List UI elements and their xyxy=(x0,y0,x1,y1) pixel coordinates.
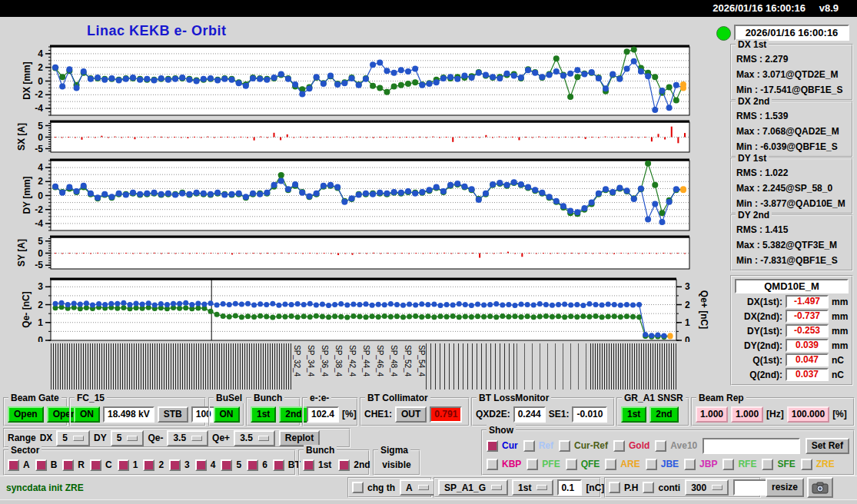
gr-snsr-1st-button[interactable]: 1st xyxy=(621,406,646,423)
show-toggle-QFE[interactable]: QFE xyxy=(566,459,600,470)
rms-label: RMS : xyxy=(736,54,762,65)
group-title: Show xyxy=(487,425,516,436)
sector-checkbox-C[interactable]: C xyxy=(90,459,112,471)
bpm-label-cluster xyxy=(426,343,517,390)
show-toggle-SFE[interactable]: SFE xyxy=(762,459,795,470)
gr-snsr-2nd-button[interactable]: 2nd xyxy=(649,406,678,423)
show-toggle-Cur[interactable]: Cur xyxy=(487,440,518,452)
bpm-tick-label: SP_54_4 xyxy=(417,345,426,376)
checkbox-label: 3 xyxy=(184,459,190,470)
show-toggle-PFE[interactable]: PFE xyxy=(526,459,560,470)
beam-rep-hz-unit: [Hz] xyxy=(766,409,784,419)
range-qep-select[interactable]: 3.5 xyxy=(234,430,275,446)
range-qem-value: 3.5 xyxy=(173,433,186,443)
chg-th-checkbox[interactable]: chg th xyxy=(352,482,395,493)
bpm-select[interactable]: SP_A1_G xyxy=(438,479,508,496)
busel-group: BuSel ON xyxy=(208,397,244,426)
monitor-row-unit: nC xyxy=(832,370,849,380)
sector-checkbox-2[interactable]: 2 xyxy=(143,459,164,471)
bunch-select-value: 1st xyxy=(518,482,531,493)
checkbox-icon xyxy=(273,459,284,471)
bpm-tick-label: SP_38_4 xyxy=(334,345,343,376)
se1-display: -0.010 xyxy=(572,406,607,423)
show-toggle-ARE[interactable]: ARE xyxy=(605,459,639,470)
show-toggle-JBP[interactable]: JBP xyxy=(684,459,717,470)
svg-text:2: 2 xyxy=(38,176,43,187)
range-dy-label: DY xyxy=(94,433,107,443)
che1-out-button[interactable]: OUT xyxy=(395,406,427,423)
stats-group-title: DY 2nd xyxy=(736,210,772,220)
monitor-row-label: DY(1st): xyxy=(747,326,782,337)
sector-checkbox-5[interactable]: 5 xyxy=(221,459,241,471)
dx-1st-stats-group: DX 1st RMS : 2.279 Max : 3.071@QTD2E_M M… xyxy=(730,44,853,101)
conti-label: conti xyxy=(658,482,680,493)
show-toggle-JBE[interactable]: JBE xyxy=(646,459,679,470)
monitor-row: DX(2nd):-0.737mm xyxy=(735,309,849,323)
sector-checkbox-3[interactable]: 3 xyxy=(169,459,190,471)
sector-checkbox-4[interactable]: 4 xyxy=(195,459,216,471)
svg-text:0: 0 xyxy=(38,248,43,259)
show-toggle-Gold[interactable]: Gold xyxy=(613,440,649,452)
conti-checkbox[interactable]: conti xyxy=(643,482,680,493)
dropdown-indicator-icon xyxy=(258,436,269,441)
group-title: Beam Gate xyxy=(8,393,61,403)
sector-checkbox-BT[interactable]: BT xyxy=(273,459,301,471)
show-group: Show CurRefCur-RefGoldAve10 Set Ref KBPP… xyxy=(481,429,855,476)
checkbox-icon xyxy=(303,459,314,471)
show-toggle-ZRE[interactable]: ZRE xyxy=(801,459,835,470)
busel-on-button[interactable]: ON xyxy=(214,406,240,423)
checkbox-icon xyxy=(566,459,577,470)
sector-checkbox-R[interactable]: R xyxy=(62,459,85,471)
bunch-status-group: Bunch 1st 2nd xyxy=(246,397,301,426)
checkbox-label: KBP xyxy=(502,459,521,469)
beam-gate-open-1-button[interactable]: Open xyxy=(8,406,44,423)
sector-checkbox-1[interactable]: 1 xyxy=(118,459,138,471)
show-toggle-Ave10[interactable]: Ave10 xyxy=(655,440,697,452)
show-toggle-RFE[interactable]: RFE xyxy=(722,459,756,470)
range-dx-select[interactable]: 5 xyxy=(56,430,90,446)
range-qem-select[interactable]: 3.5 xyxy=(167,430,208,446)
resize-button[interactable]: resize xyxy=(766,478,804,497)
charge-threshold-input[interactable] xyxy=(557,479,582,496)
points-select[interactable]: 300 xyxy=(685,479,729,496)
bunch-1st-button[interactable]: 1st xyxy=(251,406,276,423)
checkbox-label: ZRE xyxy=(816,459,835,469)
dropdown-indicator-icon xyxy=(491,485,502,490)
set-ref-button[interactable]: Set Ref xyxy=(806,438,849,454)
checkbox-icon xyxy=(247,459,258,471)
checkbox-icon xyxy=(90,459,101,471)
svg-text:-4: -4 xyxy=(35,103,43,114)
sector-checkbox-6[interactable]: 6 xyxy=(247,459,267,471)
screenshot-button[interactable] xyxy=(807,477,833,498)
show-toggle-KBP[interactable]: KBP xyxy=(487,459,521,470)
se1-label: SE1: xyxy=(549,409,570,419)
stats-group-title: DY 1st xyxy=(736,153,769,164)
group-title: GR_A1 SNSR xyxy=(622,393,686,403)
rms-label: RMS : xyxy=(736,167,762,178)
svg-text:2: 2 xyxy=(38,300,43,310)
fc15-on-button[interactable]: ON xyxy=(74,406,100,423)
sigma-group: Sigma visible xyxy=(373,449,420,476)
bunch-checkbox-1st[interactable]: 1st xyxy=(303,459,331,471)
bpm-tick-label: SP_52_4 xyxy=(404,345,412,376)
fc15-stb-button[interactable]: STB xyxy=(158,406,188,423)
sigma-visible-label: visible xyxy=(382,459,410,470)
stats-group-title: DX 2nd xyxy=(736,96,772,107)
ph-checkbox[interactable]: P.H xyxy=(609,482,638,493)
range-dy-select[interactable]: 5 xyxy=(111,430,144,446)
chg-th-sector-select[interactable]: A xyxy=(400,479,435,496)
group-title: Bunch xyxy=(251,393,284,403)
sector-checkbox-A[interactable]: A xyxy=(8,459,30,471)
checkbox-icon xyxy=(487,440,498,452)
checkbox-icon xyxy=(559,440,570,452)
checkbox-label: Cur-Ref xyxy=(574,440,608,451)
show-toggle-Cur-Ref[interactable]: Cur-Ref xyxy=(559,440,608,452)
sector-checkbox-B[interactable]: B xyxy=(35,459,58,471)
bunch-checkbox-2nd[interactable]: 2nd xyxy=(338,459,370,471)
show-toggle-Ref[interactable]: Ref xyxy=(523,440,553,452)
checkbox-label: 1 xyxy=(133,459,138,470)
ref-file-input[interactable] xyxy=(703,438,799,454)
bunch-select[interactable]: 1st xyxy=(512,479,553,496)
replot-button[interactable]: Replot xyxy=(279,430,320,446)
che1-label: CHE1: xyxy=(364,409,392,419)
